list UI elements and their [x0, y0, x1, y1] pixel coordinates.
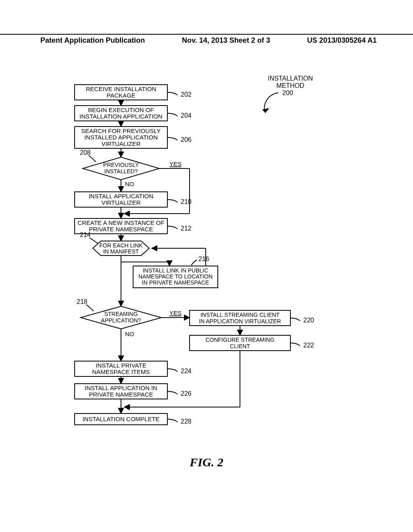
svg-text:202: 202 [181, 91, 192, 98]
svg-text:222: 222 [303, 342, 314, 349]
loop-214: FOR EACH LINK IN MANIFEST 214 [80, 231, 206, 266]
step-212: CREATE A NEW INSTANCE OF PRIVATE NAMESPA… [75, 218, 192, 234]
svg-text:PRIVATE NAMESPACE: PRIVATE NAMESPACE [89, 226, 153, 233]
svg-text:208: 208 [80, 149, 91, 156]
step-228: INSTALLATION COMPLETE 228 [75, 414, 192, 425]
flowchart: INSTALLATION METHOD 200 RECEIVE INSTALLA… [0, 73, 413, 451]
step-204: BEGIN EXECUTION OF INSTALLATION APPLICAT… [75, 106, 192, 121]
ref-200: 200 [282, 89, 293, 96]
svg-text:214: 214 [80, 231, 91, 238]
step-222: CONFIGURE STREAMING CLIENT 222 [190, 335, 314, 351]
svg-text:228: 228 [181, 418, 192, 425]
svg-text:INSTALL STREAMING CLIENT: INSTALL STREAMING CLIENT [200, 312, 280, 318]
svg-marker-0 [262, 108, 269, 113]
title-block: INSTALLATION METHOD 200 [258, 75, 313, 113]
title-line1: INSTALLATION [268, 75, 313, 82]
svg-text:224: 224 [181, 368, 192, 374]
yes-label-208: YES [169, 160, 181, 167]
svg-text:PREVIOUSLY: PREVIOUSLY [103, 162, 139, 168]
svg-text:CREATE A NEW INSTANCE OF: CREATE A NEW INSTANCE OF [77, 219, 164, 226]
step-220: INSTALL STREAMING CLIENT IN APPLICATION … [190, 310, 314, 326]
svg-text:VIRTUALIZER: VIRTUALIZER [101, 199, 140, 206]
svg-text:INSTALLED APPLICATION: INSTALLED APPLICATION [84, 134, 158, 141]
svg-text:NAMESPACE TO LOCATION: NAMESPACE TO LOCATION [138, 273, 213, 280]
step-210: INSTALL APPLICATION VIRTUALIZER 210 [75, 192, 192, 207]
svg-text:IN PRIVATE NAMESPACE: IN PRIVATE NAMESPACE [142, 279, 209, 286]
yes-label-218: YES [169, 310, 181, 316]
header-left: Patent Application Publication [40, 36, 145, 45]
svg-text:CONFIGURE STREAMING: CONFIGURE STREAMING [205, 337, 274, 343]
svg-text:218: 218 [77, 298, 88, 305]
svg-text:INSTALLED?: INSTALLED? [104, 168, 138, 175]
svg-text:INSTALL PRIVATE: INSTALL PRIVATE [96, 362, 146, 369]
svg-text:INSTALL APPLICATION IN: INSTALL APPLICATION IN [85, 384, 157, 391]
svg-text:206: 206 [181, 136, 192, 143]
svg-text:VIRTUALIZER: VIRTUALIZER [101, 140, 140, 147]
svg-text:204: 204 [181, 112, 192, 119]
svg-text:INSTALL APPLICATION: INSTALL APPLICATION [89, 193, 154, 200]
step-206: SEARCH FOR PREVIOUSLY INSTALLED APPLICAT… [75, 127, 192, 148]
svg-text:RECEIVE INSTALLATION: RECEIVE INSTALLATION [86, 85, 156, 92]
svg-text:SEARCH FOR PREVIOUSLY: SEARCH FOR PREVIOUSLY [81, 127, 161, 134]
title-line2: METHOD [276, 82, 304, 89]
decision-218: STREAMING APPLICATION? 218 YES NO [77, 298, 190, 361]
svg-text:NAMESPACE ITEMS: NAMESPACE ITEMS [92, 368, 150, 375]
svg-text:CLIENT: CLIENT [230, 343, 250, 349]
svg-text:STREAMING: STREAMING [104, 311, 138, 317]
step-202: RECEIVE INSTALLATION PACKAGE 202 [75, 85, 192, 100]
svg-text:INSTALLATION APPLICATION: INSTALLATION APPLICATION [79, 113, 163, 120]
svg-text:BEGIN EXECUTION OF: BEGIN EXECUTION OF [88, 106, 154, 113]
svg-text:212: 212 [181, 225, 192, 232]
page-header: Patent Application Publication Nov. 14, … [0, 34, 413, 45]
svg-text:PRIVATE NAMESPACE: PRIVATE NAMESPACE [89, 391, 153, 398]
no-label-218: NO [125, 330, 134, 337]
svg-text:INSTALL LINK IN PUBLIC: INSTALL LINK IN PUBLIC [143, 267, 209, 274]
svg-text:INSTALLATION COMPLETE: INSTALLATION COMPLETE [82, 416, 159, 422]
svg-text:210: 210 [181, 198, 192, 205]
svg-text:226: 226 [181, 390, 192, 397]
no-label-208: NO [125, 181, 134, 187]
step-224: INSTALL PRIVATE NAMESPACE ITEMS 224 [75, 361, 192, 376]
svg-text:220: 220 [303, 317, 314, 324]
svg-text:216: 216 [198, 256, 209, 262]
svg-text:FOR EACH LINK: FOR EACH LINK [99, 242, 143, 249]
step-216: INSTALL LINK IN PUBLIC NAMESPACE TO LOCA… [133, 256, 218, 288]
svg-text:IN APPLICATION VIRTUALIZER: IN APPLICATION VIRTUALIZER [199, 318, 281, 324]
svg-text:IN MANIFEST: IN MANIFEST [103, 248, 139, 255]
header-right: US 2013/0305264 A1 [307, 36, 377, 45]
svg-text:PACKAGE: PACKAGE [106, 92, 135, 99]
svg-text:APPLICATION?: APPLICATION? [101, 317, 141, 324]
figure-caption: FIG. 2 [0, 455, 413, 469]
header-center: Nov. 14, 2013 Sheet 2 of 3 [182, 36, 270, 45]
step-226: INSTALL APPLICATION IN PRIVATE NAMESPACE… [75, 384, 192, 399]
